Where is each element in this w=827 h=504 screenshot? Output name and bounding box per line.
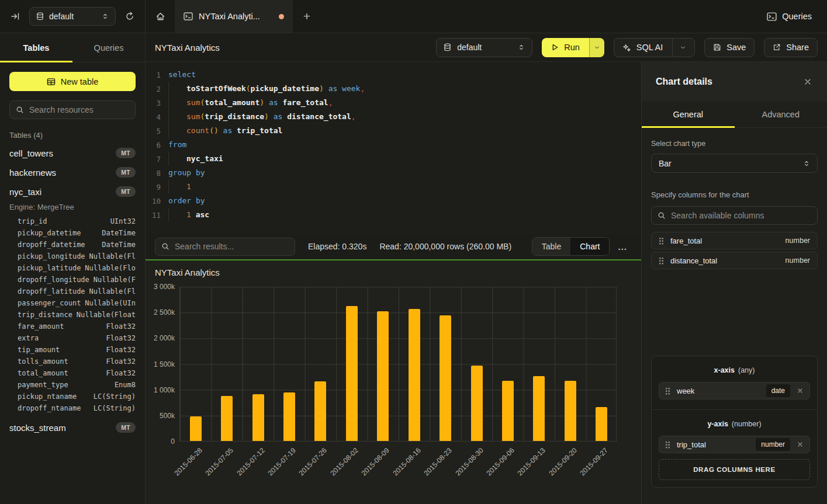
code-line[interactable]: 8group by bbox=[146, 166, 641, 180]
home-button[interactable] bbox=[146, 0, 175, 33]
refresh-button[interactable] bbox=[124, 11, 136, 22]
chart-bar[interactable] bbox=[221, 396, 233, 441]
code-line[interactable]: 2toStartOfWeek(pickup_datetime) as week, bbox=[146, 82, 641, 96]
chart-details-title: Chart details bbox=[656, 77, 712, 87]
queries-button[interactable]: Queries bbox=[752, 0, 827, 33]
columns-search-input[interactable] bbox=[671, 211, 811, 220]
new-tab-button[interactable]: + bbox=[293, 0, 321, 33]
code-line[interactable]: 3sum(total_amount) as fare_total, bbox=[146, 96, 641, 110]
share-button[interactable]: Share bbox=[764, 38, 818, 57]
new-table-button[interactable]: New table bbox=[9, 72, 136, 91]
drag-handle-icon[interactable] bbox=[659, 257, 664, 265]
run-options-caret[interactable] bbox=[589, 38, 604, 57]
view-toggle-table[interactable]: Table bbox=[532, 238, 570, 255]
results-search[interactable] bbox=[155, 238, 295, 256]
column-row[interactable]: total_amountFloat32 bbox=[9, 367, 136, 379]
column-row[interactable]: pickup_longitudeNullable(Fl bbox=[9, 251, 136, 262]
chart-bar[interactable] bbox=[409, 309, 420, 441]
column-row[interactable]: fare_amountFloat32 bbox=[9, 321, 136, 332]
resource-search[interactable] bbox=[9, 100, 136, 119]
column-chip[interactable]: distance_totalnumber bbox=[651, 252, 818, 269]
column-row[interactable]: pickup_datetimeDateTime bbox=[9, 227, 136, 239]
drag-handle-icon[interactable] bbox=[665, 387, 670, 395]
chart-type-select[interactable]: Bar bbox=[651, 154, 818, 173]
chart-bar[interactable] bbox=[346, 306, 358, 441]
code-text: 1 bbox=[168, 180, 191, 194]
code-line[interactable]: 10order by bbox=[146, 194, 641, 208]
run-button[interactable]: Run bbox=[542, 38, 604, 57]
table-row[interactable]: stocks_streamMT bbox=[9, 422, 136, 433]
plot-area bbox=[179, 287, 617, 442]
chart-bar[interactable] bbox=[377, 311, 389, 441]
code-line[interactable]: 5count() as trip_total bbox=[146, 124, 641, 138]
column-row[interactable]: trip_idUInt32 bbox=[9, 215, 136, 227]
chart-section: NYTaxi Analytics 3 000k2 500k2 000k1 500… bbox=[146, 259, 641, 504]
chart-bar[interactable] bbox=[440, 315, 451, 441]
drag-handle-icon[interactable] bbox=[659, 237, 664, 245]
column-chip[interactable]: fare_totalnumber bbox=[651, 232, 818, 249]
more-options-icon[interactable]: ... bbox=[618, 242, 627, 252]
column-row[interactable]: passenger_countNullable(UIn bbox=[9, 297, 136, 309]
table-name: hackernews bbox=[9, 168, 56, 178]
chart-bar[interactable] bbox=[190, 416, 202, 441]
y-tick-label: 0 bbox=[148, 437, 175, 446]
column-row[interactable]: trip_distanceNullable(Float bbox=[9, 309, 136, 321]
drag-handle-icon[interactable] bbox=[665, 441, 670, 449]
sidebar-tab-queries[interactable]: Queries bbox=[72, 33, 145, 62]
column-row[interactable]: dropoff_longitudeNullable(F bbox=[9, 274, 136, 286]
view-toggle-chart[interactable]: Chart bbox=[570, 238, 609, 255]
line-number: 1 bbox=[146, 71, 161, 79]
resource-search-input[interactable] bbox=[29, 105, 135, 114]
chart-bar[interactable] bbox=[533, 376, 545, 441]
line-number: 9 bbox=[146, 183, 161, 192]
code-line[interactable]: 4sum(trip_distance) as distance_total, bbox=[146, 110, 641, 124]
table-row[interactable]: nyc_taxiMT bbox=[9, 186, 136, 197]
column-row[interactable]: payment_typeEnum8 bbox=[9, 379, 136, 391]
sidebar-tab-tables[interactable]: Tables bbox=[0, 33, 72, 62]
run-database-value: default bbox=[457, 43, 482, 52]
column-row[interactable]: dropoff_latitudeNullable(Fl bbox=[9, 286, 136, 297]
tab-general[interactable]: General bbox=[642, 102, 735, 127]
column-row[interactable]: dropoff_ntanameLC(String) bbox=[9, 402, 136, 414]
chart-bar[interactable] bbox=[252, 394, 264, 441]
database-icon bbox=[36, 12, 44, 20]
save-button[interactable]: Save bbox=[704, 38, 755, 57]
code-line[interactable]: 6from bbox=[146, 138, 641, 152]
chart-bar[interactable] bbox=[596, 407, 607, 441]
code-line[interactable]: 1select bbox=[146, 68, 641, 82]
run-database-selector[interactable]: default bbox=[436, 38, 532, 57]
column-row[interactable]: extraFloat32 bbox=[9, 332, 136, 344]
collapse-sidebar-button[interactable] bbox=[9, 11, 21, 22]
drag-columns-dropzone[interactable]: DRAG COLUMNS HERE bbox=[659, 459, 810, 480]
close-panel-button[interactable] bbox=[802, 77, 813, 87]
y-tick-label: 1 500k bbox=[148, 360, 175, 369]
chart-bar[interactable] bbox=[283, 392, 295, 441]
remove-column-icon[interactable] bbox=[797, 441, 804, 448]
chart-bar[interactable] bbox=[471, 366, 483, 441]
table-row[interactable]: hackernewsMT bbox=[9, 166, 136, 178]
column-row[interactable]: pickup_latitudeNullable(Flo bbox=[9, 262, 136, 274]
results-search-input[interactable] bbox=[175, 242, 289, 251]
code-text: group by bbox=[168, 166, 205, 180]
x-axis-column-chip[interactable]: week date bbox=[659, 382, 810, 399]
code-line[interactable]: 91 bbox=[146, 180, 641, 194]
share-icon bbox=[773, 43, 781, 51]
tab-advanced[interactable]: Advanced bbox=[735, 102, 827, 127]
column-row[interactable]: pickup_ntanameLC(String) bbox=[9, 391, 136, 402]
y-axis-column-chip[interactable]: trip_total number bbox=[659, 436, 810, 453]
chart-bar[interactable] bbox=[565, 381, 576, 441]
tab-nytaxi-analytics[interactable]: NYTaxi Analyti... bbox=[175, 0, 293, 33]
columns-search[interactable] bbox=[651, 206, 818, 225]
code-line[interactable]: 111 asc bbox=[146, 208, 641, 222]
column-row[interactable]: tolls_amountFloat32 bbox=[9, 356, 136, 367]
table-row[interactable]: cell_towersMT bbox=[9, 147, 136, 159]
remove-column-icon[interactable] bbox=[797, 387, 804, 394]
chart-bar[interactable] bbox=[502, 381, 514, 441]
sql-ai-button[interactable]: SQL AI bbox=[614, 38, 695, 57]
sql-editor[interactable]: 1select2toStartOfWeek(pickup_datetime) a… bbox=[146, 62, 641, 234]
database-selector[interactable]: default bbox=[29, 7, 116, 26]
column-row[interactable]: tip_amountFloat32 bbox=[9, 344, 136, 356]
code-line[interactable]: 7nyc_taxi bbox=[146, 152, 641, 166]
column-row[interactable]: dropoff_datetimeDateTime bbox=[9, 239, 136, 251]
chart-bar[interactable] bbox=[314, 381, 326, 441]
